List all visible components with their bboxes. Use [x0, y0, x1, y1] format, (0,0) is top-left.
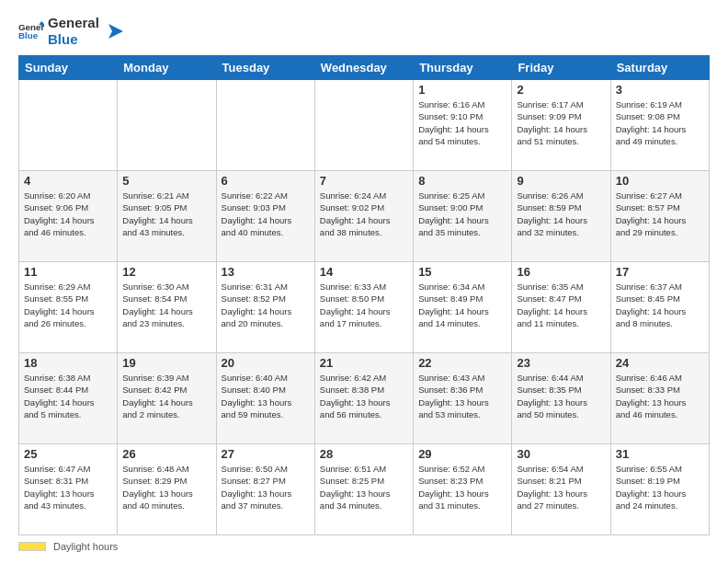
day-info: Sunrise: 6:35 AMSunset: 8:47 PMDaylight:…	[517, 281, 605, 329]
day-number: 13	[222, 265, 310, 279]
table-row: 21Sunrise: 6:42 AMSunset: 8:38 PMDayligh…	[314, 353, 413, 444]
logo: General Blue General Blue	[18, 15, 125, 48]
logo-general: General	[48, 15, 99, 31]
logo-blue: Blue	[48, 31, 99, 48]
table-row: 1Sunrise: 6:16 AMSunset: 9:10 PMDaylight…	[414, 80, 512, 171]
table-row: 7Sunrise: 6:24 AMSunset: 9:02 PMDaylight…	[314, 171, 413, 262]
day-info: Sunrise: 6:44 AMSunset: 8:35 PMDaylight:…	[517, 372, 605, 420]
col-thursday: Thursday	[414, 56, 512, 80]
day-info: Sunrise: 6:54 AMSunset: 8:21 PMDaylight:…	[517, 463, 605, 511]
table-row: 31Sunrise: 6:55 AMSunset: 8:19 PMDayligh…	[610, 444, 709, 535]
day-info: Sunrise: 6:37 AMSunset: 8:45 PMDaylight:…	[616, 281, 704, 329]
table-row: 12Sunrise: 6:30 AMSunset: 8:54 PMDayligh…	[118, 262, 216, 353]
day-info: Sunrise: 6:27 AMSunset: 8:57 PMDaylight:…	[616, 190, 704, 238]
header-row: Sunday Monday Tuesday Wednesday Thursday…	[19, 56, 710, 80]
day-info: Sunrise: 6:46 AMSunset: 8:33 PMDaylight:…	[616, 372, 704, 420]
page: General Blue General Blue Sunday Monday …	[0, 0, 728, 563]
table-row: 24Sunrise: 6:46 AMSunset: 8:33 PMDayligh…	[610, 353, 709, 444]
table-row: 23Sunrise: 6:44 AMSunset: 8:35 PMDayligh…	[512, 353, 610, 444]
day-info: Sunrise: 6:34 AMSunset: 8:49 PMDaylight:…	[418, 281, 506, 329]
day-number: 1	[418, 83, 506, 97]
day-info: Sunrise: 6:21 AMSunset: 9:05 PMDaylight:…	[122, 190, 210, 238]
logo-arrow-icon	[103, 20, 125, 42]
logo-icon: General Blue	[18, 18, 44, 44]
table-row	[118, 80, 216, 171]
col-sunday: Sunday	[19, 56, 118, 80]
table-row	[314, 80, 413, 171]
day-number: 21	[320, 356, 408, 370]
day-info: Sunrise: 6:55 AMSunset: 8:19 PMDaylight:…	[616, 463, 704, 511]
table-row: 28Sunrise: 6:51 AMSunset: 8:25 PMDayligh…	[314, 444, 413, 535]
table-row: 17Sunrise: 6:37 AMSunset: 8:45 PMDayligh…	[610, 262, 709, 353]
day-info: Sunrise: 6:30 AMSunset: 8:54 PMDaylight:…	[122, 281, 210, 329]
table-row: 6Sunrise: 6:22 AMSunset: 9:03 PMDaylight…	[216, 171, 314, 262]
day-number: 20	[222, 356, 310, 370]
day-number: 30	[517, 447, 605, 461]
day-info: Sunrise: 6:22 AMSunset: 9:03 PMDaylight:…	[222, 190, 310, 238]
calendar-week-row: 1Sunrise: 6:16 AMSunset: 9:10 PMDaylight…	[19, 80, 710, 171]
table-row: 10Sunrise: 6:27 AMSunset: 8:57 PMDayligh…	[610, 171, 709, 262]
day-info: Sunrise: 6:31 AMSunset: 8:52 PMDaylight:…	[222, 281, 310, 329]
footer: Daylight hours	[18, 541, 710, 552]
footer-label: Daylight hours	[53, 541, 118, 552]
day-number: 27	[222, 447, 310, 461]
day-info: Sunrise: 6:24 AMSunset: 9:02 PMDaylight:…	[320, 190, 408, 238]
table-row	[19, 80, 118, 171]
day-info: Sunrise: 6:52 AMSunset: 8:23 PMDaylight:…	[418, 463, 506, 511]
calendar-week-row: 18Sunrise: 6:38 AMSunset: 8:44 PMDayligh…	[19, 353, 710, 444]
day-info: Sunrise: 6:33 AMSunset: 8:50 PMDaylight:…	[320, 281, 408, 329]
calendar-week-row: 25Sunrise: 6:47 AMSunset: 8:31 PMDayligh…	[19, 444, 710, 535]
table-row: 26Sunrise: 6:48 AMSunset: 8:29 PMDayligh…	[118, 444, 216, 535]
day-info: Sunrise: 6:29 AMSunset: 8:55 PMDaylight:…	[24, 281, 112, 329]
day-number: 12	[122, 265, 210, 279]
day-number: 7	[320, 174, 408, 188]
calendar-week-row: 4Sunrise: 6:20 AMSunset: 9:06 PMDaylight…	[19, 171, 710, 262]
table-row: 13Sunrise: 6:31 AMSunset: 8:52 PMDayligh…	[216, 262, 314, 353]
table-row	[216, 80, 314, 171]
day-number: 25	[24, 447, 112, 461]
day-number: 31	[616, 447, 704, 461]
table-row: 25Sunrise: 6:47 AMSunset: 8:31 PMDayligh…	[19, 444, 118, 535]
table-row: 27Sunrise: 6:50 AMSunset: 8:27 PMDayligh…	[216, 444, 314, 535]
day-info: Sunrise: 6:25 AMSunset: 9:00 PMDaylight:…	[418, 190, 506, 238]
col-friday: Friday	[512, 56, 610, 80]
calendar-table: Sunday Monday Tuesday Wednesday Thursday…	[18, 55, 710, 535]
day-info: Sunrise: 6:38 AMSunset: 8:44 PMDaylight:…	[24, 372, 112, 420]
table-row: 20Sunrise: 6:40 AMSunset: 8:40 PMDayligh…	[216, 353, 314, 444]
day-number: 5	[122, 174, 210, 188]
day-number: 24	[616, 356, 704, 370]
table-row: 16Sunrise: 6:35 AMSunset: 8:47 PMDayligh…	[512, 262, 610, 353]
day-info: Sunrise: 6:42 AMSunset: 8:38 PMDaylight:…	[320, 372, 408, 420]
table-row: 4Sunrise: 6:20 AMSunset: 9:06 PMDaylight…	[19, 171, 118, 262]
day-number: 11	[24, 265, 112, 279]
day-number: 23	[517, 356, 605, 370]
col-tuesday: Tuesday	[216, 56, 314, 80]
day-number: 19	[122, 356, 210, 370]
day-number: 28	[320, 447, 408, 461]
svg-text:Blue: Blue	[18, 30, 39, 40]
day-info: Sunrise: 6:47 AMSunset: 8:31 PMDaylight:…	[24, 463, 112, 511]
table-row: 8Sunrise: 6:25 AMSunset: 9:00 PMDaylight…	[414, 171, 512, 262]
day-info: Sunrise: 6:16 AMSunset: 9:10 PMDaylight:…	[418, 98, 506, 147]
day-number: 8	[418, 174, 506, 188]
day-number: 17	[616, 265, 704, 279]
day-number: 4	[24, 174, 112, 188]
table-row: 14Sunrise: 6:33 AMSunset: 8:50 PMDayligh…	[314, 262, 413, 353]
table-row: 29Sunrise: 6:52 AMSunset: 8:23 PMDayligh…	[414, 444, 512, 535]
day-number: 15	[418, 265, 506, 279]
day-info: Sunrise: 6:19 AMSunset: 9:08 PMDaylight:…	[616, 98, 704, 147]
daylight-bar-icon	[18, 542, 46, 551]
col-saturday: Saturday	[610, 56, 709, 80]
table-row: 5Sunrise: 6:21 AMSunset: 9:05 PMDaylight…	[118, 171, 216, 262]
table-row: 9Sunrise: 6:26 AMSunset: 8:59 PMDaylight…	[512, 171, 610, 262]
table-row: 2Sunrise: 6:17 AMSunset: 9:09 PMDaylight…	[512, 80, 610, 171]
header: General Blue General Blue	[18, 15, 710, 48]
table-row: 30Sunrise: 6:54 AMSunset: 8:21 PMDayligh…	[512, 444, 610, 535]
day-info: Sunrise: 6:48 AMSunset: 8:29 PMDaylight:…	[122, 463, 210, 511]
day-info: Sunrise: 6:20 AMSunset: 9:06 PMDaylight:…	[24, 190, 112, 238]
calendar-body: 1Sunrise: 6:16 AMSunset: 9:10 PMDaylight…	[19, 80, 710, 535]
table-row: 22Sunrise: 6:43 AMSunset: 8:36 PMDayligh…	[414, 353, 512, 444]
day-number: 2	[517, 83, 605, 97]
day-number: 10	[616, 174, 704, 188]
day-number: 22	[418, 356, 506, 370]
